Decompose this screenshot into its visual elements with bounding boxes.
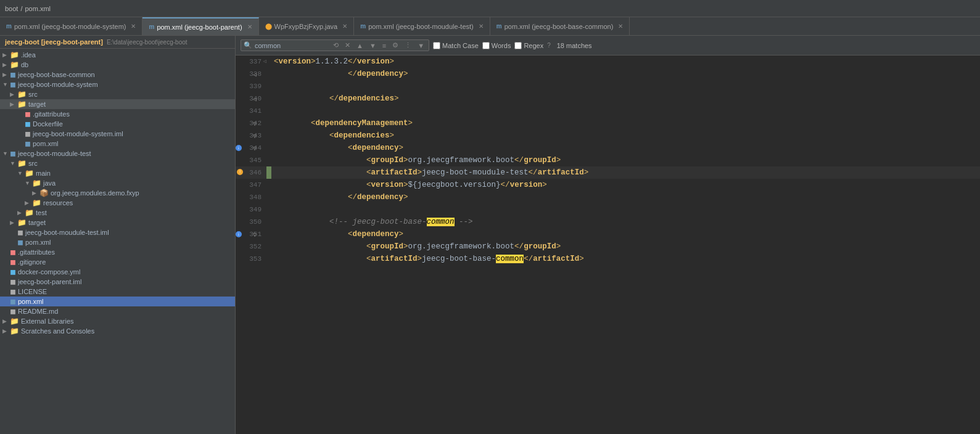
sidebar-item-readme[interactable]: ◼ README.md xyxy=(0,306,235,316)
sidebar-item-java-mt[interactable]: ▼ 📁 java xyxy=(0,178,235,188)
sidebar-item-docker-compose[interactable]: ◼ docker-compose.yml xyxy=(0,267,235,277)
tab-icon-1: m xyxy=(6,23,12,30)
sidebar-item-iml-ms[interactable]: ◼ jeecg-boot-module-system.iml xyxy=(0,129,235,139)
match-case-option[interactable]: Match Case xyxy=(433,42,479,49)
expand-arrow-moudule-test: ▼ xyxy=(2,150,10,157)
fold-icon-342[interactable]: ▽ xyxy=(253,118,257,131)
sidebar-item-pom-ms[interactable]: ◼ pom.xml xyxy=(0,139,235,149)
regex-label: Regex xyxy=(524,42,543,49)
sidebar-item-gitattributes-ms[interactable]: ◼ .gitattributes xyxy=(0,109,235,119)
tab-pom-base-common[interactable]: m pom.xml (jeecg-boot-base-common) ✕ xyxy=(490,17,630,35)
fold-icon-340[interactable]: ◁ xyxy=(253,94,257,106)
sidebar-item-resources-mt[interactable]: ▶ 📁 resources xyxy=(0,198,235,208)
sidebar-item-main-mt[interactable]: ▼ 📁 main xyxy=(0,168,235,178)
regex-checkbox[interactable] xyxy=(514,42,522,49)
regex-option[interactable]: Regex xyxy=(514,42,543,49)
search-input-wrap[interactable]: 🔍 ⟲ ✕ ▲ ▼ ≡ ⚙ ⋮ ▼ xyxy=(241,39,429,51)
sidebar-item-module-system[interactable]: ▼ ◼ jeecg-boot-module-system xyxy=(0,80,235,89)
sidebar-item-org-mt[interactable]: ▶ 📦 org.jeecg.modules.demo.fxyp xyxy=(0,188,235,198)
sidebar-item-base-common[interactable]: ▶ ◼ jeecg-boot-base-common xyxy=(0,70,235,80)
search-filter-btn[interactable]: ▼ xyxy=(416,41,426,50)
fold-icon-351[interactable]: ▽ xyxy=(253,229,257,242)
tab-label-1: pom.xml (jeecg-boot-module-system) xyxy=(14,23,126,30)
sidebar-item-gitignore-root[interactable]: ◼ .gitignore xyxy=(0,257,235,267)
sidebar-item-pom-mt[interactable]: ◼ pom.xml xyxy=(0,237,235,247)
expand-arrow-target-ms: ▶ xyxy=(10,101,17,107)
sidebar-item-moudule-test[interactable]: ▼ ◼ jeecg-boot-moudule-test xyxy=(0,149,235,158)
fold-icon-338[interactable]: ◁ xyxy=(253,69,257,81)
code-content-345: <groupId>org.jeecgframework.boot</groupI… xyxy=(271,154,980,166)
sidebar-label-module-system: jeecg-boot-module-system xyxy=(18,81,98,88)
gutter-icons-344: ↓ xyxy=(236,142,242,154)
folder-icon-target-ms: 📁 xyxy=(17,100,27,108)
sidebar-label-src-ms: src xyxy=(28,91,38,98)
tab-pom-moudule-test[interactable]: m pom.xml (jeecg-boot-moudule-test) ✕ xyxy=(354,17,490,35)
breakpoint-icon-344[interactable]: ↓ xyxy=(236,145,242,151)
sidebar-item-db[interactable]: ▶ 📁 db xyxy=(0,60,235,70)
sidebar-label-db: db xyxy=(21,61,28,68)
search-settings-btn[interactable]: ⚙ xyxy=(390,41,400,50)
sidebar-label-java-mt: java xyxy=(43,179,56,187)
file-icon-docker-compose: ◼ xyxy=(10,268,16,276)
search-nav-prev[interactable]: ▲ xyxy=(355,41,365,50)
sidebar-label-test-mt: test xyxy=(36,209,47,216)
sidebar-item-test-mt[interactable]: ▶ 📁 test xyxy=(0,208,235,218)
search-input[interactable] xyxy=(255,42,329,49)
code-editor[interactable]: 337 ◁ <version>1.1.3.2</version> 338 ◁ <… xyxy=(236,55,980,434)
sidebar-item-pom-root[interactable]: ◼ pom.xml xyxy=(0,297,235,306)
code-line-339: 339 xyxy=(236,80,980,92)
sidebar-header: jeecg-boot [jeecg-boot-parent] E:\data\j… xyxy=(0,36,235,49)
line-indicator-338 xyxy=(266,68,271,80)
tab-close-5[interactable]: ✕ xyxy=(618,23,623,30)
tab-label-5: pom.xml (jeecg-boot-base-common) xyxy=(504,23,614,30)
fold-icon-343[interactable]: ▽ xyxy=(253,131,257,143)
code-line-346: 346 ! <artifactId>jeecg-boot-moudule-tes… xyxy=(236,166,980,179)
search-nav-next[interactable]: ▼ xyxy=(368,41,378,50)
line-indicator-347 xyxy=(266,179,271,191)
sidebar-item-src-mt[interactable]: ▼ 📁 src xyxy=(0,158,235,168)
match-case-checkbox[interactable] xyxy=(433,42,440,49)
sidebar-item-gitattributes-root[interactable]: ◼ .gitattributes xyxy=(0,247,235,257)
search-nav-all[interactable]: ≡ xyxy=(381,41,388,50)
tab-close-2[interactable]: ✕ xyxy=(247,23,252,30)
words-checkbox[interactable] xyxy=(482,42,490,49)
expand-arrow-resources-mt: ▶ xyxy=(25,200,32,206)
expand-arrow-db: ▶ xyxy=(2,62,10,68)
file-icon-readme: ◼ xyxy=(10,307,16,316)
words-option[interactable]: Words xyxy=(482,42,511,49)
search-replace-btn[interactable]: ⟲ xyxy=(331,41,340,50)
expand-arrow-src-mt: ▼ xyxy=(10,160,17,166)
tab-pom-parent[interactable]: m pom.xml (jeecg-boot-parent) ✕ xyxy=(142,17,258,35)
sidebar-item-target-ms[interactable]: ▶ 📁 target xyxy=(0,99,235,109)
tab-pom-module-system[interactable]: m pom.xml (jeecg-boot-module-system) ✕ xyxy=(0,17,142,35)
search-close-btn[interactable]: ✕ xyxy=(343,41,352,50)
line-number-353: 353 xyxy=(236,253,266,265)
breakpoint-icon-351[interactable]: ↓ xyxy=(236,231,242,237)
tab-icon-3: ⬤ xyxy=(265,23,272,30)
fold-icon-344[interactable]: ▽ xyxy=(253,143,257,155)
tab-close-4[interactable]: ✕ xyxy=(479,23,484,30)
code-content-340: </dependencies> xyxy=(271,92,980,105)
tab-wpfxyp-java[interactable]: ⬤ WpFxypBzjFxyp.java ✕ xyxy=(259,17,355,35)
sidebar-item-iml-mt[interactable]: ◼ jeecg-boot-moudule-test.iml xyxy=(0,227,235,237)
sidebar-item-src-ms[interactable]: ▶ 📁 src xyxy=(0,89,235,99)
search-context-btn[interactable]: ⋮ xyxy=(403,41,413,50)
sidebar-label-src-mt: src xyxy=(28,160,38,167)
tab-close-1[interactable]: ✕ xyxy=(131,23,136,30)
sidebar-item-idea[interactable]: ▶ 📁 .idea xyxy=(0,50,235,60)
line-number-350: 350 xyxy=(236,216,266,228)
sidebar-item-dockerfile-ms[interactable]: ◼ Dockerfile xyxy=(0,119,235,129)
sidebar-tree[interactable]: ▶ 📁 .idea ▶ 📁 db ▶ ◼ jeecg-boot-base-com… xyxy=(0,49,235,434)
module-icon-moudule-test: ◼ xyxy=(10,149,16,158)
sidebar-label-resources-mt: resources xyxy=(43,199,73,207)
fold-arrow-337[interactable]: ◁ xyxy=(263,55,266,68)
sidebar-item-scratches[interactable]: ▶ 📁 Scratches and Consoles xyxy=(0,326,235,336)
sidebar-label-dockerfile-ms: Dockerfile xyxy=(33,120,63,128)
sidebar-item-target-mt[interactable]: ▶ 📁 target xyxy=(0,218,235,227)
sidebar-item-license[interactable]: ◼ LICENSE xyxy=(0,287,235,297)
tab-close-3[interactable]: ✕ xyxy=(342,23,347,30)
sidebar-item-ext-libs[interactable]: ▶ 📁 External Libraries xyxy=(0,316,235,326)
line-number-349: 349 xyxy=(236,203,266,216)
sidebar-item-parent-iml[interactable]: ◼ jeecg-boot-parent.iml xyxy=(0,277,235,287)
line-number-340: 340 ◁ xyxy=(236,92,266,105)
